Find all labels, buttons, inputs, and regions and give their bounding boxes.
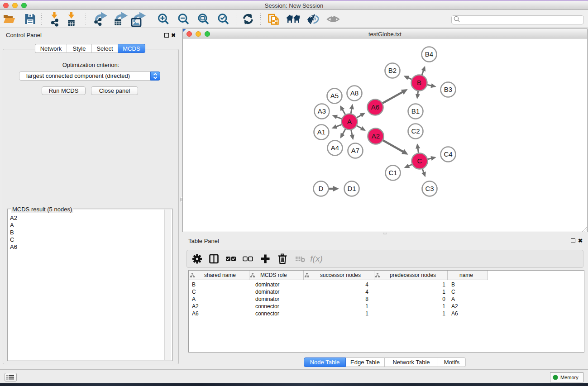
svg-text:A2: A2 xyxy=(372,132,380,140)
svg-text:C: C xyxy=(417,157,422,165)
svg-text:A1: A1 xyxy=(317,128,325,136)
svg-text:A: A xyxy=(347,118,352,125)
svg-text:A5: A5 xyxy=(330,92,339,100)
svg-text:B2: B2 xyxy=(388,67,397,74)
svg-text:C2: C2 xyxy=(411,127,420,135)
svg-text:f(x): f(x) xyxy=(310,254,322,263)
svg-text:C1: C1 xyxy=(388,169,397,176)
svg-text:C4: C4 xyxy=(444,150,452,158)
svg-text:B: B xyxy=(417,79,421,86)
svg-text:C3: C3 xyxy=(425,185,434,192)
svg-text:B3: B3 xyxy=(444,86,452,93)
svg-text:A8: A8 xyxy=(350,89,359,97)
svg-text:B1: B1 xyxy=(411,107,420,115)
svg-text:D: D xyxy=(319,185,324,192)
svg-text:B4: B4 xyxy=(425,50,433,58)
svg-text:A3: A3 xyxy=(318,107,326,115)
svg-text:A4: A4 xyxy=(331,144,339,152)
svg-text:A6: A6 xyxy=(371,103,379,111)
svg-text:D1: D1 xyxy=(347,185,356,192)
svg-text:A7: A7 xyxy=(351,147,359,154)
